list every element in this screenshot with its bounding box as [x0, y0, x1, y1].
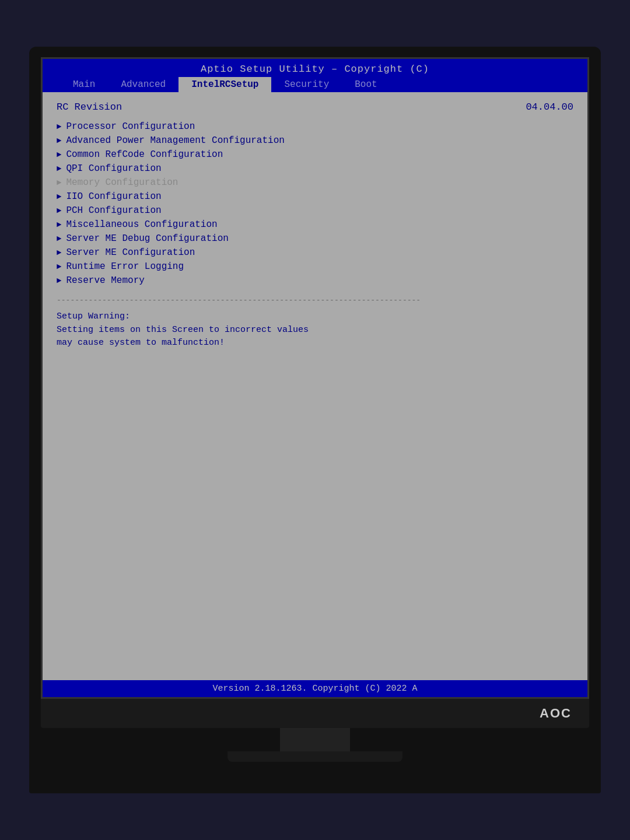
- menu-item-pch[interactable]: ► PCH Configuration: [57, 204, 573, 218]
- tab-advanced[interactable]: Advanced: [108, 77, 178, 92]
- menu-item-servme[interactable]: ► Server ME Configuration: [57, 246, 573, 260]
- bios-title-bar: Aptio Setup Utility – Copyright (C): [43, 59, 587, 77]
- arrow-servme: ►: [57, 248, 61, 257]
- arrow-misc: ►: [57, 220, 61, 229]
- warning-line2: may cause system to malfunction!: [57, 337, 573, 350]
- menu-label-reserve: Reserve Memory: [66, 275, 144, 286]
- menu-label-memory: Memory Configuration: [66, 177, 178, 188]
- arrow-iio: ►: [57, 192, 61, 201]
- monitor-outer: LED Aptio Setup Utility – Copyright (C) …: [29, 47, 601, 793]
- arrow-memory: ►: [57, 178, 61, 187]
- arrow-apm: ►: [57, 136, 61, 145]
- rc-revision-value: 04.04.00: [526, 102, 573, 113]
- menu-item-qpi[interactable]: ► QPI Configuration: [57, 162, 573, 176]
- menu-item-iio[interactable]: ► IIO Configuration: [57, 190, 573, 204]
- warning-title: Setup Warning:: [57, 310, 573, 324]
- rc-revision-label: RC Revision: [57, 102, 122, 113]
- menu-label-runtime: Runtime Error Logging: [66, 261, 184, 272]
- warning-line1: Setting items on this Screen to incorrec…: [57, 324, 573, 337]
- bios-footer: Version 2.18.1263. Copyright (C) 2022 A: [43, 680, 587, 697]
- arrow-reserve: ►: [57, 276, 61, 285]
- menu-label-refcode: Common RefCode Configuration: [66, 149, 223, 160]
- menu-item-memory[interactable]: ► Memory Configuration: [57, 176, 573, 190]
- warning-box: Setup Warning: Setting items on this Scr…: [57, 310, 573, 350]
- arrow-servme-debug: ►: [57, 234, 61, 243]
- menu-item-runtime[interactable]: ► Runtime Error Logging: [57, 260, 573, 274]
- arrow-refcode: ►: [57, 150, 61, 159]
- tab-intelrcsetup[interactable]: IntelRCSetup: [178, 77, 271, 92]
- monitor-stand-base: [228, 751, 402, 762]
- bios-title: Aptio Setup Utility – Copyright (C): [201, 64, 429, 75]
- menu-label-apm: Advanced Power Management Configuration: [66, 135, 284, 146]
- bios-footer-text: Version 2.18.1263. Copyright (C) 2022 A: [212, 684, 417, 694]
- tab-boot[interactable]: Boot: [342, 77, 390, 92]
- menu-label-servme-debug: Server ME Debug Configuration: [66, 233, 228, 244]
- menu-label-qpi: QPI Configuration: [66, 163, 161, 174]
- arrow-runtime: ►: [57, 262, 61, 271]
- menu-item-processor[interactable]: ► Processor Configuration: [57, 120, 573, 134]
- arrow-processor: ►: [57, 122, 61, 131]
- menu-item-apm[interactable]: ► Advanced Power Management Configuratio…: [57, 134, 573, 148]
- menu-label-misc: Miscellaneous Configuration: [66, 219, 217, 230]
- menu-item-refcode[interactable]: ► Common RefCode Configuration: [57, 148, 573, 162]
- bios-container: Aptio Setup Utility – Copyright (C) Main…: [43, 59, 587, 697]
- menu-item-servme-debug[interactable]: ► Server ME Debug Configuration: [57, 232, 573, 246]
- menu-item-reserve[interactable]: ► Reserve Memory: [57, 274, 573, 288]
- tab-security[interactable]: Security: [271, 77, 342, 92]
- menu-label-processor: Processor Configuration: [66, 121, 195, 132]
- monitor-stand-neck: [280, 728, 350, 751]
- monitor-bezel-bottom: AOC: [41, 699, 589, 728]
- menu-label-servme: Server ME Configuration: [66, 247, 195, 258]
- separator-line: ----------------------------------------…: [57, 296, 573, 304]
- rc-revision-row: RC Revision 04.04.00: [57, 102, 573, 113]
- tab-main[interactable]: Main: [60, 77, 108, 92]
- menu-label-iio: IIO Configuration: [66, 191, 161, 202]
- menu-label-pch: PCH Configuration: [66, 205, 161, 216]
- tab-bar: Main Advanced IntelRCSetup Security Boot: [43, 77, 587, 92]
- aoc-logo: AOC: [540, 706, 572, 721]
- arrow-pch: ►: [57, 206, 61, 215]
- arrow-qpi: ►: [57, 164, 61, 173]
- menu-item-misc[interactable]: ► Miscellaneous Configuration: [57, 218, 573, 232]
- content-area: RC Revision 04.04.00 ► Processor Configu…: [43, 92, 587, 680]
- bios-screen: Aptio Setup Utility – Copyright (C) Main…: [41, 57, 589, 699]
